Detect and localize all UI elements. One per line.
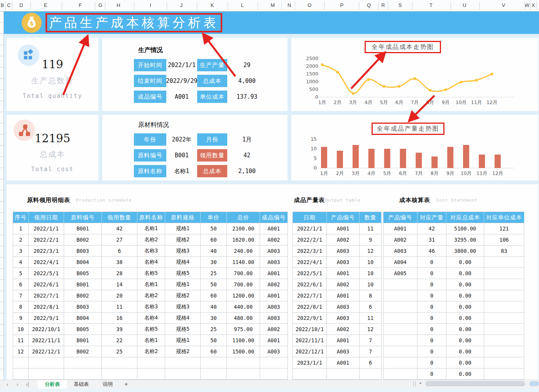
table-cell[interactable]: 1100.00 — [227, 335, 260, 346]
table-cell[interactable]: 39 — [102, 324, 137, 335]
table-cell[interactable]: 0.00 — [446, 290, 484, 301]
field-label-button[interactable]: 结束时间 — [134, 75, 166, 87]
table-header-cell[interactable]: 对应产量 — [417, 212, 446, 223]
table-cell[interactable]: 700.00 — [227, 279, 260, 290]
column-header-letter[interactable]: V — [502, 2, 505, 8]
table-cell[interactable] — [260, 357, 288, 368]
table-cell[interactable]: 40 — [201, 246, 227, 257]
field-value-cell[interactable]: A001 — [166, 91, 197, 103]
table-cell[interactable]: A003 — [260, 346, 288, 357]
table-cell[interactable]: 2022/8/1 — [29, 301, 64, 313]
table-cell[interactable]: 2022/6/1 — [293, 279, 327, 290]
table-cell[interactable]: B004 — [64, 257, 102, 268]
table-header-cell[interactable]: 原料规格 — [165, 212, 201, 223]
table-cell[interactable]: A001 — [327, 223, 360, 234]
table-cell[interactable]: 7 — [13, 290, 29, 301]
table-cell[interactable]: 83 — [484, 246, 524, 257]
field-label-button[interactable]: 年份 — [134, 133, 166, 146]
table-cell[interactable]: 8 — [13, 301, 29, 313]
table-header-cell[interactable]: 原料名称 — [137, 212, 165, 223]
table-cell[interactable]: 60 — [201, 234, 227, 246]
table-cell[interactable] — [384, 324, 417, 335]
field-label-button[interactable]: 月份 — [197, 133, 227, 146]
table-cell[interactable]: 480.00 — [227, 313, 260, 324]
table-cell[interactable]: B002 — [64, 234, 102, 246]
table-cell[interactable]: A003 — [260, 257, 288, 268]
table-cell[interactable]: 2022/1/1 — [29, 223, 64, 234]
table-cell[interactable]: 0 — [417, 357, 446, 368]
field-label-button[interactable]: 成品编号 — [134, 91, 166, 103]
column-header-letter[interactable]: I — [150, 2, 151, 8]
table-cell[interactable]: B004 — [64, 313, 102, 324]
table-cell[interactable]: 30 — [201, 257, 227, 268]
table-header-cell[interactable]: 原料编号 — [64, 212, 102, 223]
horizontal-scrollbar-thumb[interactable] — [426, 381, 525, 386]
table-cell[interactable] — [484, 268, 524, 279]
table-cell[interactable]: 10 — [360, 279, 382, 290]
table-cell[interactable]: 2022/12/1 — [293, 346, 327, 357]
table-cell[interactable]: 6 — [13, 279, 29, 290]
table-cell[interactable]: 11 — [360, 223, 382, 234]
table-cell[interactable]: B001 — [64, 335, 102, 346]
column-header-letter[interactable]: M — [271, 2, 275, 8]
table-cell[interactable]: 名称4 — [137, 257, 165, 268]
table-header-cell[interactable]: 对应单位成本 — [484, 212, 524, 223]
table-cell[interactable] — [484, 335, 524, 346]
table-cell[interactable]: A003 — [327, 257, 360, 268]
table-cell[interactable]: A003 — [327, 346, 360, 357]
table-cell[interactable]: 12 — [360, 324, 382, 335]
field-label-button[interactable]: 生产产量 — [197, 59, 227, 71]
pane-split-handle[interactable] — [413, 381, 416, 387]
table-cell[interactable] — [137, 357, 165, 368]
table-cell[interactable]: A001 — [327, 268, 360, 279]
table-header-cell[interactable]: 领用数量 — [102, 212, 137, 223]
table-cell[interactable] — [384, 313, 417, 324]
table-cell[interactable]: A003 — [327, 301, 360, 313]
table-cell[interactable]: 0 — [417, 290, 446, 301]
table-cell[interactable]: 0 — [417, 301, 446, 313]
table-cell[interactable] — [201, 357, 227, 368]
table-cell[interactable]: 1140.00 — [227, 257, 260, 268]
table-cell[interactable]: 5100.00 — [446, 223, 484, 234]
sheet-nav-last-icon[interactable]: ›| — [22, 380, 32, 389]
table-cell[interactable]: 规格2 — [165, 290, 201, 301]
table-cell[interactable] — [384, 357, 417, 368]
table-cell[interactable]: 规格3 — [165, 301, 201, 313]
table-cell[interactable]: 9 — [360, 234, 382, 246]
column-header-letter[interactable]: W — [525, 2, 529, 8]
table-cell[interactable]: 2022/4/1 — [29, 257, 64, 268]
table-cell[interactable]: 名称3 — [137, 246, 165, 257]
column-header-letter[interactable]: B — [1, 2, 4, 8]
table-cell[interactable] — [201, 368, 227, 380]
table-cell[interactable]: A005 — [384, 268, 417, 279]
table-cell[interactable]: 38 — [102, 257, 137, 268]
table-cell[interactable]: 7 — [360, 346, 382, 357]
table-cell[interactable] — [293, 368, 327, 380]
table-cell[interactable]: 0 — [417, 324, 446, 335]
table-cell[interactable] — [484, 313, 524, 324]
table-cell[interactable] — [360, 368, 382, 380]
table-cell[interactable]: 0.00 — [446, 257, 484, 268]
table-cell[interactable]: 规格2 — [165, 234, 201, 246]
table-cell[interactable]: 0 — [417, 313, 446, 324]
table-cell[interactable] — [137, 368, 165, 380]
table-cell[interactable]: 0.00 — [446, 279, 484, 290]
table-cell[interactable]: 5 — [13, 268, 29, 279]
table-cell[interactable]: 1620.00 — [227, 234, 260, 246]
field-label-button[interactable]: 领用数量 — [197, 149, 227, 162]
add-sheet-button[interactable]: + — [120, 380, 133, 389]
table-cell[interactable]: 0.00 — [446, 357, 484, 368]
table-cell[interactable]: 名称1 — [137, 335, 165, 346]
table-cell[interactable] — [484, 301, 524, 313]
field-label-button[interactable]: 原料名称 — [134, 165, 166, 177]
table-cell[interactable]: A002 — [260, 279, 288, 290]
field-value-cell[interactable]: 29 — [227, 59, 267, 71]
table-cell[interactable] — [384, 279, 417, 290]
table-cell[interactable]: A001 — [327, 335, 360, 346]
table-cell[interactable]: 2022/2/1 — [293, 234, 327, 246]
field-label-button[interactable]: 原料编号 — [134, 149, 166, 162]
table-cell[interactable] — [484, 357, 524, 368]
table-cell[interactable]: B002 — [64, 346, 102, 357]
table-cell[interactable]: 2022/8/1 — [293, 301, 327, 313]
table-cell[interactable]: 8 — [360, 290, 382, 301]
